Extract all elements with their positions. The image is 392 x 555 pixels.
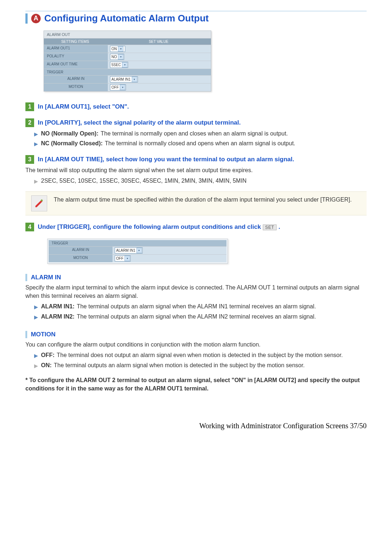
trigger-alarm-in-select[interactable]: ALARM IN1 ▾ xyxy=(115,247,143,254)
col-header-value: SET VALUE xyxy=(106,39,211,45)
trigger-table: TRIGGER ALARM IN ALARM IN1 ▾ MOTION OFF … xyxy=(47,239,228,264)
chevron-down-icon: ▾ xyxy=(124,256,130,261)
heading-bar xyxy=(25,13,28,24)
section-heading: A Configuring Automatic Alarm Output xyxy=(25,13,367,24)
motion-body: You can configure the alarm output condi… xyxy=(25,340,367,349)
bullet-label: ON: xyxy=(41,362,52,368)
bullet-label: ALARM IN2: xyxy=(41,313,74,320)
alarm-in-heading: ALARM IN xyxy=(25,274,367,281)
motion-select[interactable]: OFF ▾ xyxy=(110,84,126,90)
bullet-text: The terminal is normally open and closes… xyxy=(101,130,288,137)
bullet-label: NC (Normally Closed): xyxy=(41,140,103,146)
alarm-out1-select[interactable]: ON ▾ xyxy=(110,46,125,52)
table-caption: ALARM OUT xyxy=(44,31,211,39)
list-item: ▶ ALARM IN1:The terminal outputs an alar… xyxy=(34,302,367,311)
section-title: Configuring Automatic Alarm Output xyxy=(44,13,209,24)
alarm-out-time-select[interactable]: 5SEC ▾ xyxy=(110,62,128,68)
alarm-in-body: Specify the alarm input terminal to whic… xyxy=(25,283,367,300)
bullet-arrow-icon: ▶ xyxy=(34,312,38,321)
bullet-label: NO (Normally Open): xyxy=(41,130,98,137)
sub-title: ALARM IN xyxy=(31,274,61,281)
chevron-down-icon: ▾ xyxy=(122,62,127,68)
pencil-icon xyxy=(31,195,47,211)
sub-title: MOTION xyxy=(31,331,56,338)
select-value: 5SEC xyxy=(111,63,121,67)
heading-bar xyxy=(25,331,27,338)
chevron-down-icon: ▾ xyxy=(118,46,123,52)
chevron-down-icon: ▾ xyxy=(136,248,142,253)
bullet-label: ALARM IN1: xyxy=(41,303,74,309)
step-4: 4 Under [TRIGGER], configure the followi… xyxy=(25,223,367,231)
list-item: ▶ NO (Normally Open):The terminal is nor… xyxy=(34,129,367,138)
select-value: OFF xyxy=(116,256,123,260)
step-text: In [ALARM OUT TIME], select how long you… xyxy=(38,155,294,163)
bullet-arrow-icon: ▶ xyxy=(34,361,38,369)
select-value: ALARM IN1 xyxy=(116,248,135,252)
step-badge: 1 xyxy=(25,102,34,111)
page-footer: Working with Administrator Configuration… xyxy=(0,407,392,441)
step-text: In [POLARITY], select the signal polarit… xyxy=(38,118,241,126)
list-item: ▶ NC (Normally Closed):The terminal is n… xyxy=(34,139,367,147)
select-value: ON xyxy=(111,47,117,51)
bullet-text: The terminal outputs an alarm signal whe… xyxy=(77,313,316,320)
row-label: POLALITY xyxy=(44,53,108,61)
note-text: The alarm output time must be specified … xyxy=(54,195,352,204)
chevron-down-icon: ▾ xyxy=(120,85,125,90)
set-button[interactable]: SET xyxy=(263,224,277,230)
select-value: OFF xyxy=(111,85,119,89)
chevron-down-icon: ▾ xyxy=(118,54,123,60)
step-1: 1 In [ALARM OUT1], select "ON". xyxy=(25,102,367,111)
step-badge: 4 xyxy=(25,223,34,231)
row-label: ALARM IN xyxy=(44,76,108,83)
bullet-text: The terminal does not output an alarm si… xyxy=(57,352,343,358)
heading-bar xyxy=(25,274,27,281)
row-label: ALARM OUT1 xyxy=(44,45,108,53)
bullet-arrow-icon: ▶ xyxy=(34,139,38,147)
trigger-caption: TRIGGER xyxy=(49,240,226,246)
list-item: ▶ OFF:The terminal does not output an al… xyxy=(34,351,367,359)
note-box: The alarm output time must be specified … xyxy=(25,191,367,215)
list-item: ▶ ALARM IN2:The terminal outputs an alar… xyxy=(34,312,367,321)
select-value: NO xyxy=(111,55,117,59)
step-text: In [ALARM OUT1], select "ON". xyxy=(38,102,129,110)
polarity-select[interactable]: NO ▾ xyxy=(110,54,124,60)
step-body: The terminal will stop outputting the al… xyxy=(25,166,367,174)
chevron-down-icon: ▾ xyxy=(132,77,137,82)
step-text: Under [TRIGGER], configure the following… xyxy=(38,223,280,231)
step-badge: 3 xyxy=(25,155,34,164)
alarm-in-select[interactable]: ALARM IN1 ▾ xyxy=(110,76,138,82)
select-value: ALARM IN1 xyxy=(111,77,131,81)
bullet-text: The terminal is normally closed and open… xyxy=(105,140,295,146)
trigger-motion-select[interactable]: OFF ▾ xyxy=(115,255,131,262)
row-label: ALARM IN xyxy=(49,247,113,254)
row-label: MOTION xyxy=(49,255,113,262)
bullet-text: The terminal outputs an alarm signal whe… xyxy=(54,362,305,368)
row-label: MOTION xyxy=(44,84,108,91)
list-item: ▶ 2SEC, 5SEC, 10SEC, 15SEC, 30SEC, 45SEC… xyxy=(34,177,367,185)
bullet-label: OFF: xyxy=(41,352,54,358)
alarm-out-table: ALARM OUT SETTING ITEMS SET VALUE ALARM … xyxy=(44,31,211,92)
step-2: 2 In [POLARITY], select the signal polar… xyxy=(25,118,367,127)
bullet-arrow-icon: ▶ xyxy=(34,351,38,359)
footnote: * To configure the ALARM OUT 2 terminal … xyxy=(25,376,367,393)
trigger-subheader: TRIGGER xyxy=(44,69,211,75)
section-letter-badge: A xyxy=(31,14,41,23)
step-badge: 2 xyxy=(25,118,34,127)
bullet-arrow-icon: ▶ xyxy=(34,302,38,311)
bullet-text: The terminal outputs an alarm signal whe… xyxy=(77,303,316,309)
list-item: ▶ ON:The terminal outputs an alarm signa… xyxy=(34,361,367,369)
options-text: 2SEC, 5SEC, 10SEC, 15SEC, 30SEC, 45SEC, … xyxy=(41,177,246,185)
row-label: ALARM OUT TIME xyxy=(44,61,108,69)
bullet-arrow-icon: ▶ xyxy=(34,129,38,138)
motion-heading: MOTION xyxy=(25,331,367,338)
col-header-items: SETTING ITEMS xyxy=(44,39,106,45)
step-3: 3 In [ALARM OUT TIME], select how long y… xyxy=(25,155,367,164)
bullet-arrow-icon: ▶ xyxy=(34,177,38,185)
